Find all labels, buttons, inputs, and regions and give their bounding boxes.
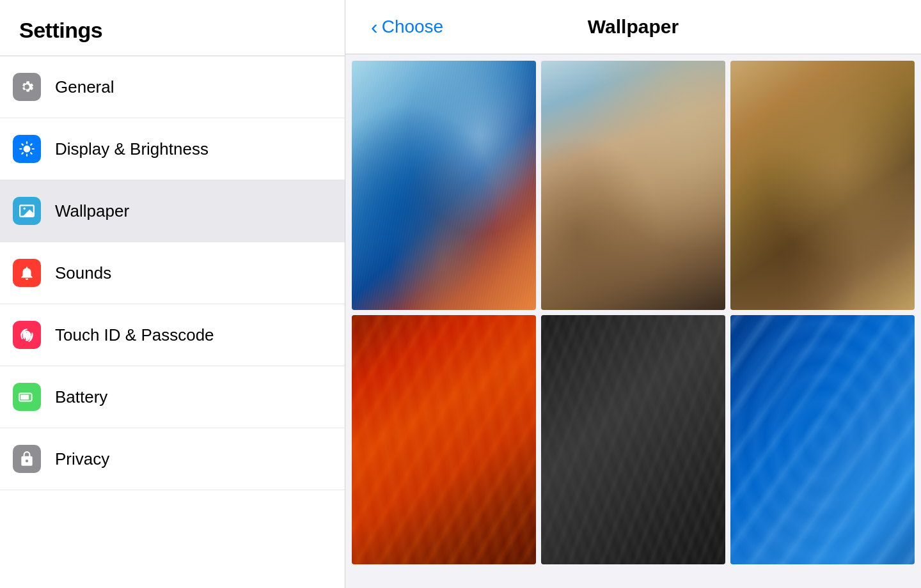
sidebar-item-display-brightness[interactable]: Display & Brightness	[0, 118, 345, 180]
fingerprint-icon	[19, 327, 35, 343]
back-button[interactable]: ‹ Choose	[371, 17, 443, 37]
wallpaper-item-1[interactable]	[541, 61, 725, 310]
back-label: Choose	[382, 17, 444, 37]
wallpaper-item-4[interactable]	[541, 315, 725, 564]
svg-rect-11	[20, 395, 29, 400]
chevron-left-icon: ‹	[371, 17, 378, 37]
sidebar-item-privacy[interactable]: Privacy	[0, 428, 345, 490]
battery-label: Battery	[55, 387, 107, 407]
wallpaper-icon-wrapper	[13, 197, 41, 225]
privacy-icon-wrapper	[13, 445, 41, 473]
svg-point-0	[24, 146, 30, 152]
wallpaper-item-3[interactable]	[352, 315, 536, 564]
main-title: Wallpaper	[588, 16, 679, 38]
sounds-label: Sounds	[55, 263, 111, 283]
sidebar: Settings General	[0, 0, 345, 588]
display-brightness-icon-wrapper	[13, 135, 41, 163]
svg-line-7	[22, 153, 23, 154]
sidebar-item-battery[interactable]: Battery	[0, 366, 345, 428]
wallpaper-item-0[interactable]	[352, 61, 536, 310]
sidebar-title: Settings	[0, 0, 345, 56]
sidebar-item-general[interactable]: General	[0, 56, 345, 118]
svg-line-6	[31, 153, 32, 154]
general-icon-wrapper	[13, 73, 41, 101]
privacy-label: Privacy	[55, 449, 109, 469]
wallpaper-item-2[interactable]	[730, 61, 915, 310]
sidebar-item-touch-id-passcode[interactable]: Touch ID & Passcode	[0, 304, 345, 366]
svg-line-5	[22, 144, 23, 145]
wallpaper-grid	[345, 54, 921, 588]
svg-point-9	[24, 208, 26, 210]
wallpaper-item-5[interactable]	[730, 315, 915, 564]
hand-icon	[19, 451, 35, 467]
main-header: ‹ Choose Wallpaper	[345, 0, 921, 54]
main-content: ‹ Choose Wallpaper	[345, 0, 921, 588]
sun-icon	[19, 141, 35, 157]
sidebar-item-wallpaper[interactable]: Wallpaper	[0, 180, 345, 242]
battery-icon-wrapper	[13, 383, 41, 411]
general-label: General	[55, 77, 114, 97]
touch-id-passcode-label: Touch ID & Passcode	[55, 325, 214, 345]
photo-icon	[19, 203, 35, 219]
sounds-icon-wrapper	[13, 259, 41, 287]
battery-icon	[19, 389, 35, 405]
bell-icon	[19, 265, 35, 281]
gear-icon	[19, 79, 35, 95]
wallpaper-label: Wallpaper	[55, 201, 129, 221]
display-brightness-label: Display & Brightness	[55, 139, 209, 159]
sidebar-item-sounds[interactable]: Sounds	[0, 242, 345, 304]
touch-id-icon-wrapper	[13, 321, 41, 349]
svg-line-8	[31, 144, 32, 145]
